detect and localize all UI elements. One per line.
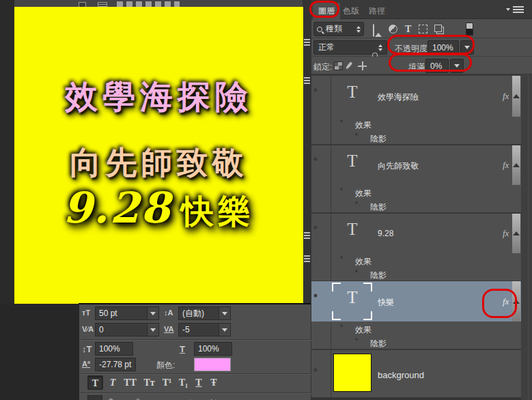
drop-shadow-row[interactable]: 陰影 (311, 267, 521, 281)
lock-pixels-icon[interactable] (346, 61, 353, 70)
selection-corner-icon (332, 283, 341, 291)
layer-thumbnail-background[interactable] (333, 354, 372, 392)
drop-shadow-row[interactable]: 陰影 (311, 130, 521, 144)
effects-row[interactable]: 效果 (311, 117, 521, 130)
tool-options-bar-fragment (14, 0, 303, 7)
selection-corner-icon (332, 311, 341, 320)
filter-kind-label: 種類 (326, 23, 342, 35)
spinner-icon (378, 44, 382, 51)
options-layer-icon (98, 2, 107, 7)
filter-type-layers-icon[interactable]: T (405, 25, 411, 33)
superscript-button[interactable]: T¹ (160, 375, 174, 390)
opentype-button-clipped[interactable] (87, 395, 102, 400)
effects-row[interactable]: 效果 (311, 322, 521, 335)
layer-list: T 效學海探險 fx 效果 陰影 T 向先師致敬 fx 效果 陰影 (311, 74, 532, 400)
triangle-up-icon (513, 163, 520, 167)
filter-adjustment-layers-icon[interactable] (389, 25, 397, 33)
annotation-circle-layers-tab (309, 1, 339, 18)
opentype-row-clipped: ﬆ ﬁ ᴀ ⁄ ½ (86, 395, 236, 400)
layer-name[interactable]: 9.28 (378, 229, 393, 238)
panel-grip-icon[interactable] (304, 77, 310, 85)
canvas-text-line3-number: 9.28 (63, 183, 171, 233)
effects-collapse-bar[interactable] (512, 76, 520, 117)
effects-collapse-bar[interactable] (512, 145, 520, 185)
lock-transparency-icon[interactable] (334, 61, 343, 70)
layer-name[interactable]: 效學海探險 (378, 91, 419, 103)
divider (79, 392, 311, 394)
font-size-dropdown[interactable] (147, 306, 159, 320)
small-caps-button[interactable]: Tᴛ (141, 375, 158, 390)
chevron-down-icon (222, 328, 227, 332)
effects-label: 效果 (355, 188, 372, 199)
fx-badge[interactable]: fx (503, 91, 509, 102)
canvas-text-line1: 效學海探險 (14, 75, 303, 119)
layer-name[interactable]: 快樂 (378, 297, 394, 309)
panel-scroll-gutter[interactable] (521, 74, 532, 400)
layer-row-3[interactable]: T 9.28 fx (311, 214, 521, 253)
underline-button[interactable]: T (193, 375, 205, 390)
document-canvas: 效學海探險 向先師致敬 9.28 快樂 (14, 7, 303, 304)
effects-label: 效果 (355, 324, 372, 336)
kerning-icon: V∕A (82, 325, 94, 333)
panel-grip-icon[interactable] (304, 232, 310, 240)
text-color-swatch[interactable] (194, 358, 231, 371)
spinner-icon (356, 26, 361, 33)
layer-thumbnail-type[interactable]: T (337, 152, 367, 171)
annotation-circle-opacity (387, 35, 475, 55)
horizontal-scale-icon: T (180, 344, 185, 354)
layer-name[interactable]: 向先師致敬 (378, 160, 419, 172)
fx-badge[interactable]: fx (503, 160, 509, 171)
filter-smart-objects-icon[interactable] (434, 25, 442, 32)
panel-menu-icon[interactable] (513, 6, 524, 13)
tracking-dropdown[interactable] (219, 323, 231, 337)
panel-grip-icon[interactable] (304, 255, 310, 263)
chevron-down-icon (150, 312, 156, 315)
font-size-icon: ᴛT (82, 309, 90, 317)
effects-row[interactable]: 效果 (311, 185, 521, 199)
drop-shadow-row[interactable]: 陰影 (311, 199, 521, 212)
all-caps-button[interactable]: TT (122, 375, 139, 390)
faux-bold-button[interactable]: T (87, 375, 103, 390)
fx-badge[interactable]: fx (503, 228, 509, 239)
annotation-circle-fx (482, 289, 517, 318)
chevron-down-icon (222, 312, 227, 315)
filter-switch-icon[interactable] (466, 23, 473, 35)
layer-thumbnail-type[interactable]: T (337, 83, 367, 102)
effects-label: 效果 (355, 119, 372, 131)
filter-kind-dropdown[interactable]: 種類 (313, 22, 364, 36)
tracking-icon: VA (164, 325, 173, 333)
drop-shadow-row[interactable]: 陰影 (311, 335, 521, 349)
tab-channels[interactable]: 色版 (337, 3, 365, 19)
panel-grip-icon[interactable] (304, 39, 310, 47)
canvas-text-line3: 9.28 快樂 (14, 183, 303, 233)
layer-thumbnail-type[interactable]: T (337, 220, 367, 239)
canvas-text-line2: 向先師致敬 (14, 142, 303, 184)
layer-name[interactable]: background (378, 370, 424, 380)
filter-pixel-layers-icon[interactable] (373, 24, 374, 37)
options-checkbox[interactable] (79, 2, 86, 7)
tab-paths[interactable]: 路徑 (363, 3, 391, 19)
divider (79, 373, 311, 375)
annotation-circle-fill (389, 53, 472, 72)
filter-shape-layers-icon[interactable] (419, 25, 428, 33)
effects-collapse-bar[interactable] (512, 214, 520, 253)
strikethrough-button[interactable]: Ŧ (208, 375, 220, 390)
opentype-glyphs-clipped: ﬆ ﬁ ᴀ ⁄ ½ (107, 397, 227, 400)
shadow-label: 陰影 (370, 270, 387, 281)
subscript-button[interactable]: T₁ (176, 375, 191, 390)
faux-italic-button[interactable]: T (107, 375, 119, 390)
chevron-down-icon (150, 328, 156, 332)
baseline-shift-field[interactable]: -27.78 pt (95, 358, 136, 371)
kerning-dropdown[interactable] (147, 323, 159, 337)
leading-dropdown[interactable] (219, 306, 231, 320)
triangle-up-icon (513, 231, 520, 235)
vertical-scale-field[interactable]: 100% (95, 342, 133, 356)
row-divider (311, 397, 532, 400)
horizontal-scale-field[interactable]: 100% (194, 342, 232, 356)
effects-row[interactable]: 效果 (311, 253, 521, 267)
layer-row-background[interactable]: background (311, 350, 521, 397)
layer-row-1[interactable]: T 效學海探險 fx (311, 76, 521, 117)
search-icon (317, 27, 322, 32)
layer-row-2[interactable]: T 向先師致敬 fx (311, 145, 521, 185)
canvas-text-line3-suffix: 快樂 (181, 190, 255, 233)
